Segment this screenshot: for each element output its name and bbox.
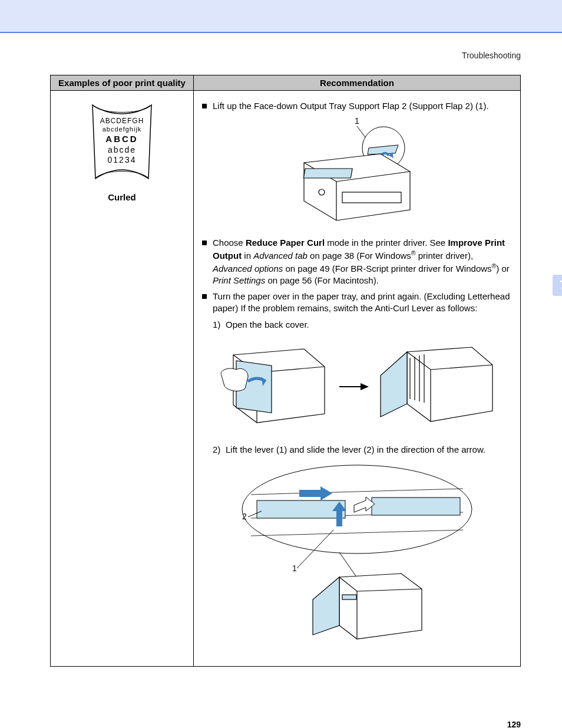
figure-open-back-cover-before — [216, 334, 333, 437]
recommendation-cell: Lift up the Face-down Output Tray Suppor… — [194, 91, 521, 667]
bullet-1-text: Lift up the Face-down Output Tray Suppor… — [213, 100, 512, 112]
svg-point-5 — [319, 189, 325, 195]
figure-open-back-cover-after — [375, 334, 498, 437]
svg-rect-17 — [299, 490, 320, 497]
page-number: 129 — [50, 720, 521, 728]
sample-line-5: 01234 — [87, 155, 157, 166]
th-examples: Examples of poor print quality — [51, 75, 194, 91]
step-1-number: 1) — [213, 319, 226, 331]
arrow-right-icon — [339, 382, 369, 390]
troubleshoot-table: Examples of poor print quality Recommend… — [50, 75, 521, 667]
step-1-text: Open the back cover. — [226, 319, 309, 331]
sample-line-3: ABCD — [87, 134, 157, 145]
page-body: Troubleshooting 7 Examples of poor print… — [0, 33, 562, 728]
step-2: 2) Lift the lever (1) and slide the leve… — [213, 444, 512, 456]
svg-rect-19 — [336, 511, 342, 526]
bullet-2: Choose Reduce Paper Curl mode in the pri… — [202, 237, 512, 287]
bullet-3-text: Turn the paper over in the paper tray, a… — [213, 291, 512, 315]
sample-line-1: ABCDEFGH — [87, 117, 157, 126]
sample-line-2: abcdefghijk — [87, 126, 157, 134]
svg-marker-9 — [361, 383, 369, 390]
fig1-callout-1: 1 — [355, 116, 359, 126]
footer: 129 — [50, 720, 521, 728]
step-1: 1) Open the back cover. — [213, 319, 512, 331]
curled-sample-icon: ABCDEFGH abcdefghijk ABCD abcde 01234 — [87, 99, 157, 187]
bullet-1: Lift up the Face-down Output Tray Suppor… — [202, 100, 512, 112]
example-label: Curled — [55, 192, 189, 202]
bullet-icon — [202, 241, 207, 245]
bullet-2-text: Choose Reduce Paper Curl mode in the pri… — [213, 237, 512, 287]
bullet-3: Turn the paper over in the paper tray, a… — [202, 291, 512, 315]
figure-anti-curl-lever: 2 1 — [233, 459, 481, 651]
svg-rect-25 — [342, 595, 356, 599]
fig3-callout-1: 1 — [292, 564, 297, 573]
svg-rect-4 — [342, 192, 401, 203]
th-recommendation: Recommendation — [194, 75, 521, 91]
svg-rect-16 — [372, 498, 460, 515]
step-2-number: 2) — [213, 444, 226, 456]
svg-rect-15 — [257, 500, 345, 518]
example-cell: ABCDEFGH abcdefghijk ABCD abcde 01234 Cu… — [51, 91, 194, 667]
bullet-icon — [202, 104, 207, 108]
bullet-icon — [202, 294, 207, 299]
step-2-text: Lift the lever (1) and slide the lever (… — [226, 444, 485, 456]
fig3-callout-2: 2 — [242, 512, 247, 521]
section-title: Troubleshooting — [50, 51, 521, 60]
top-band — [0, 0, 562, 33]
figure-support-flap: 1 — [280, 116, 434, 230]
sample-line-4: abcde — [87, 145, 157, 156]
svg-rect-3 — [303, 169, 352, 178]
chapter-tab: 7 — [553, 275, 562, 296]
